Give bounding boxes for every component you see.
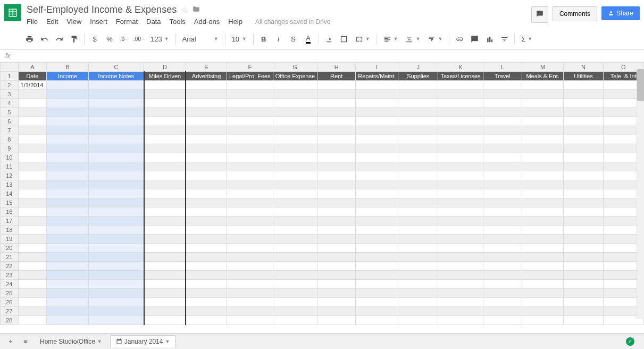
col-header-I[interactable]: I — [356, 63, 398, 72]
cell-J22[interactable] — [398, 262, 438, 271]
cell-J16[interactable] — [398, 207, 438, 217]
cell-H4[interactable] — [317, 99, 356, 108]
cell-L11[interactable] — [483, 162, 522, 171]
cell-E16[interactable] — [186, 207, 227, 217]
star-icon[interactable]: ☆ — [181, 5, 188, 15]
header-cell-L1[interactable]: Travel — [483, 72, 522, 81]
cell-L5[interactable] — [483, 108, 522, 117]
cell-A4[interactable] — [18, 99, 47, 108]
row-header-2[interactable]: 2 — [1, 81, 19, 90]
cell-N27[interactable] — [564, 307, 603, 316]
h-align[interactable]: ▼ — [380, 35, 402, 43]
cell-H12[interactable] — [317, 171, 356, 180]
cell-G11[interactable] — [273, 162, 317, 171]
cell-K14[interactable] — [438, 189, 483, 198]
cell-M4[interactable] — [522, 99, 564, 108]
cell-G16[interactable] — [273, 207, 317, 217]
cell-B27[interactable] — [47, 307, 88, 316]
cell-B25[interactable] — [47, 289, 88, 298]
cell-G14[interactable] — [273, 189, 317, 198]
cell-G15[interactable] — [273, 198, 317, 207]
cell-L27[interactable] — [483, 307, 522, 316]
cell-M23[interactable] — [522, 271, 564, 280]
cell-K21[interactable] — [438, 253, 483, 262]
col-header-G[interactable]: G — [273, 63, 317, 72]
row-header-19[interactable]: 19 — [1, 235, 19, 244]
cell-N28[interactable] — [564, 316, 603, 325]
cell-E17[interactable] — [186, 217, 227, 226]
document-title[interactable]: Self-Employed Income & Expenses — [27, 4, 177, 15]
cell-H22[interactable] — [317, 262, 356, 271]
cell-D19[interactable] — [144, 235, 186, 244]
cell-M9[interactable] — [522, 144, 564, 153]
cell-E14[interactable] — [186, 189, 227, 198]
cell-K18[interactable] — [438, 226, 483, 235]
cell-H19[interactable] — [317, 235, 356, 244]
cell-C20[interactable] — [88, 244, 144, 253]
cell-G28[interactable] — [273, 316, 317, 325]
cell-E21[interactable] — [186, 253, 227, 262]
cell-A2[interactable]: 1/1/2014 — [18, 81, 47, 90]
cell-C14[interactable] — [88, 189, 144, 198]
cell-J11[interactable] — [398, 162, 438, 171]
cell-C8[interactable] — [88, 135, 144, 144]
cell-M16[interactable] — [522, 207, 564, 217]
cell-D12[interactable] — [144, 171, 186, 180]
cell-B11[interactable] — [47, 162, 88, 171]
cell-G18[interactable] — [273, 226, 317, 235]
cell-B18[interactable] — [47, 226, 88, 235]
cell-F25[interactable] — [227, 289, 273, 298]
cell-L21[interactable] — [483, 253, 522, 262]
col-header-K[interactable]: K — [438, 63, 483, 72]
cell-G24[interactable] — [273, 280, 317, 289]
cell-F23[interactable] — [227, 271, 273, 280]
cell-K2[interactable] — [438, 81, 483, 90]
cell-E27[interactable] — [186, 307, 227, 316]
cell-N8[interactable] — [564, 135, 603, 144]
cell-K28[interactable] — [438, 316, 483, 325]
cell-H8[interactable] — [317, 135, 356, 144]
cell-A24[interactable] — [18, 280, 47, 289]
cell-J20[interactable] — [398, 244, 438, 253]
cell-N10[interactable] — [564, 153, 603, 162]
cell-J27[interactable] — [398, 307, 438, 316]
col-header-J[interactable]: J — [398, 63, 438, 72]
cell-D28[interactable] — [144, 316, 186, 325]
cell-L25[interactable] — [483, 289, 522, 298]
cell-E20[interactable] — [186, 244, 227, 253]
cell-L18[interactable] — [483, 226, 522, 235]
cell-D3[interactable] — [144, 90, 186, 99]
cell-N12[interactable] — [564, 171, 603, 180]
cell-H26[interactable] — [317, 298, 356, 307]
strikethrough-icon[interactable]: S — [287, 32, 300, 46]
cell-K24[interactable] — [438, 280, 483, 289]
row-header-3[interactable]: 3 — [1, 90, 19, 99]
row-header-5[interactable]: 5 — [1, 108, 19, 117]
cell-D21[interactable] — [144, 253, 186, 262]
cell-I4[interactable] — [356, 99, 398, 108]
cell-E3[interactable] — [186, 90, 227, 99]
cell-D25[interactable] — [144, 289, 186, 298]
functions-icon[interactable]: Σ▼ — [518, 35, 536, 43]
cell-I28[interactable] — [356, 316, 398, 325]
cell-D27[interactable] — [144, 307, 186, 316]
cell-M8[interactable] — [522, 135, 564, 144]
col-header-L[interactable]: L — [483, 63, 522, 72]
cell-M17[interactable] — [522, 217, 564, 226]
cell-G26[interactable] — [273, 298, 317, 307]
col-header-H[interactable]: H — [317, 63, 356, 72]
cell-F3[interactable] — [227, 90, 273, 99]
cell-K17[interactable] — [438, 217, 483, 226]
cell-G23[interactable] — [273, 271, 317, 280]
header-cell-J1[interactable]: Supplies — [398, 72, 438, 81]
cell-H3[interactable] — [317, 90, 356, 99]
cell-G8[interactable] — [273, 135, 317, 144]
cell-H25[interactable] — [317, 289, 356, 298]
cell-H23[interactable] — [317, 271, 356, 280]
cell-M11[interactable] — [522, 162, 564, 171]
cell-J19[interactable] — [398, 235, 438, 244]
header-cell-M1[interactable]: Meals & Ent. — [522, 72, 564, 81]
cell-G20[interactable] — [273, 244, 317, 253]
cell-A19[interactable] — [18, 235, 47, 244]
cell-H6[interactable] — [317, 117, 356, 126]
